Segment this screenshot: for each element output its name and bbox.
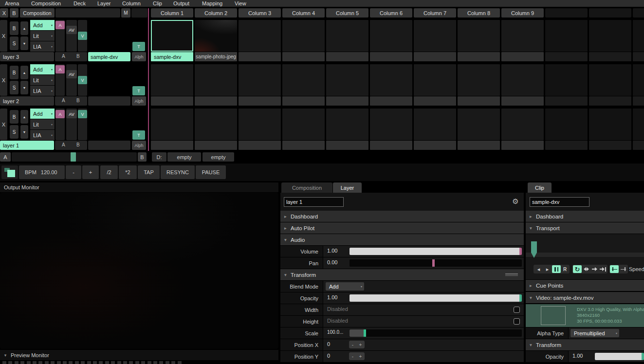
tab-clip[interactable]: Clip <box>528 182 552 193</box>
empty-clip-label[interactable] <box>239 96 281 106</box>
random-frame-button[interactable]: R <box>561 265 569 273</box>
empty-clip-label[interactable] <box>589 141 631 150</box>
composition-x-button[interactable]: X <box>0 8 8 18</box>
scale-slider-handle[interactable] <box>364 329 366 337</box>
column-header-9[interactable]: Column 9 <box>501 8 544 18</box>
play-once-button[interactable] <box>590 265 598 273</box>
empty-clip-label[interactable] <box>414 52 456 61</box>
empty-clip-label[interactable] <box>545 52 588 61</box>
empty-clip-label[interactable] <box>370 96 412 106</box>
position-x-stepper[interactable]: -+ <box>349 341 365 348</box>
video-button[interactable]: V <box>78 76 87 84</box>
alpha-chip[interactable]: Alph <box>132 96 146 106</box>
volume-slider-handle[interactable] <box>519 248 522 255</box>
crossfader-a-assign[interactable]: A <box>62 142 65 147</box>
preview-monitor-header[interactable]: ▾ Preview Monitor <box>0 350 278 360</box>
crossfader-d-button[interactable]: D: <box>152 152 166 162</box>
layer-param3-dropdown[interactable]: LIA▾ <box>30 41 55 52</box>
empty-clip-cell[interactable] <box>239 64 281 96</box>
crossfader-b-assign[interactable]: B <box>76 142 80 147</box>
bpm-div2-button[interactable]: /2 <box>100 165 118 179</box>
empty-clip-cell[interactable] <box>151 64 193 96</box>
empty-clip-cell[interactable] <box>195 64 237 96</box>
empty-clip-cell[interactable] <box>589 109 631 140</box>
loop-button[interactable]: ↻ <box>573 265 582 273</box>
bpm-mul2-button[interactable]: *2 <box>119 165 137 179</box>
empty-clip-label[interactable] <box>195 141 237 150</box>
empty-clip-cell[interactable] <box>501 109 544 140</box>
bpm-mode-button[interactable] <box>619 265 627 273</box>
blend-mode-dropdown[interactable]: Add▾ <box>326 282 364 291</box>
clip-section-dashboard[interactable]: ▸Dashboard <box>526 211 644 222</box>
transition-button[interactable]: T <box>132 86 145 95</box>
menu-composition[interactable]: Composition <box>31 0 61 6</box>
empty-clip-cell[interactable] <box>458 20 500 52</box>
volume-slider[interactable] <box>350 248 522 255</box>
clip-section-transform[interactable]: ▾Transform <box>526 339 644 350</box>
section-transform[interactable]: ▾Transform <box>280 269 524 280</box>
empty-clip-cell[interactable] <box>370 20 412 52</box>
empty-clip-label[interactable] <box>151 141 193 150</box>
crossfader-handle[interactable] <box>71 152 76 162</box>
layer-deactivate-button[interactable]: X <box>0 20 7 52</box>
empty-clip-cell[interactable] <box>633 109 644 140</box>
tab-composition[interactable]: Composition <box>281 182 332 193</box>
crossfader-track[interactable] <box>12 152 137 162</box>
layer-deactivate-button[interactable]: X <box>0 109 7 140</box>
layer-blend-dropdown[interactable]: Add▾ <box>30 64 55 74</box>
menu-mapping[interactable]: Mapping <box>202 0 222 6</box>
empty-clip-label[interactable] <box>501 96 544 106</box>
clip-opacity-slider-handle[interactable] <box>642 353 644 360</box>
video-button[interactable]: V <box>78 32 87 40</box>
layer-down-button[interactable]: ▼ <box>20 125 28 139</box>
crossfader-a-assign[interactable]: A <box>62 54 65 59</box>
empty-clip-label[interactable] <box>633 141 644 150</box>
layer-param3-dropdown[interactable]: LIA▾ <box>30 86 55 96</box>
empty-clip-label[interactable] <box>633 96 644 106</box>
menu-clip[interactable]: Clip <box>153 0 162 6</box>
clip-label[interactable]: sample-dxv <box>151 52 193 61</box>
active-clip-chip[interactable]: sample-dxv <box>88 52 130 61</box>
layer-up-button[interactable]: ▲ <box>20 21 28 35</box>
column-header-7[interactable]: Column 7 <box>414 8 456 18</box>
position-y-value[interactable]: 0 <box>327 353 330 359</box>
crossfader-a-button[interactable]: A <box>0 152 11 162</box>
crossfader-b-assign[interactable]: B <box>76 98 80 103</box>
empty-clip-label[interactable] <box>589 96 631 106</box>
tap-button[interactable]: TAP <box>138 165 160 179</box>
layer-name[interactable]: layer 3 <box>0 52 54 61</box>
empty-clip-label[interactable] <box>414 96 456 106</box>
metronome-icon[interactable] <box>1 165 18 179</box>
empty-clip-cell[interactable] <box>370 109 412 140</box>
empty-clip-label[interactable] <box>326 141 368 150</box>
empty-clip-cell[interactable] <box>458 109 500 140</box>
empty-clip-cell[interactable] <box>633 20 644 52</box>
layer-name[interactable]: layer 1 <box>0 141 54 150</box>
volume-value[interactable]: 1.00 <box>327 248 337 254</box>
layer-param2-dropdown[interactable]: Lit▾ <box>30 75 55 85</box>
empty-clip-cell[interactable] <box>501 20 544 52</box>
alpha-type-dropdown[interactable]: Premultiplied▾ <box>570 329 619 337</box>
opacity-slider-handle[interactable] <box>519 294 522 302</box>
position-y-stepper[interactable]: -+ <box>349 352 365 360</box>
menu-column[interactable]: Column <box>122 0 141 6</box>
empty-clip-label[interactable] <box>239 141 281 150</box>
empty-clip-cell[interactable] <box>326 109 368 140</box>
menu-layer[interactable]: Layer <box>97 0 111 6</box>
height-checkbox[interactable] <box>514 318 520 325</box>
layer-name[interactable]: layer 2 <box>0 96 54 106</box>
empty-clip-cell[interactable] <box>239 20 281 52</box>
alpha-chip[interactable]: Alph <box>132 52 146 61</box>
empty-clip-cell[interactable] <box>414 64 456 96</box>
empty-clip-cell[interactable] <box>326 20 368 52</box>
audiovideo-button[interactable]: AV <box>66 70 77 78</box>
composition-b-button[interactable]: B <box>10 8 18 18</box>
clip-section-cue-points[interactable]: ▸Cue Points <box>526 280 644 291</box>
clip-label[interactable]: sample-photo-jpeg <box>195 52 237 61</box>
opacity-slider[interactable] <box>350 294 522 302</box>
column-header-3[interactable]: Column 3 <box>239 8 281 18</box>
layer-blend-dropdown[interactable]: Add▾ <box>30 109 55 119</box>
drag-handle-icon[interactable] <box>505 273 518 277</box>
menu-view[interactable]: View <box>235 0 246 6</box>
column-header-5[interactable]: Column 5 <box>326 8 368 18</box>
